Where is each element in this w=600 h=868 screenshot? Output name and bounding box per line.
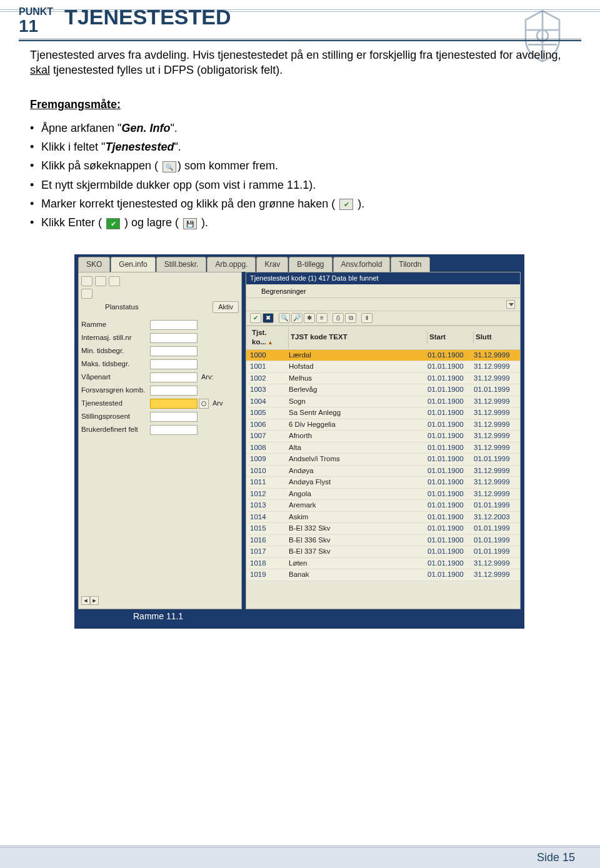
field-label: Maks. tidsbegr. (81, 359, 150, 369)
cell-start: 01.01.1900 (428, 374, 474, 384)
table-row[interactable]: 1011Andøya Flyst01.01.190031.12.9999 (246, 477, 520, 489)
planstatus-button[interactable]: Aktiv (212, 301, 239, 313)
dropdown-toggle-icon[interactable] (506, 300, 515, 309)
table-row[interactable]: 1008Alta01.01.190031.12.9999 (246, 442, 520, 454)
field-input[interactable] (150, 425, 198, 435)
toolbar-new-icon[interactable] (81, 276, 92, 286)
cell-text: Banak (289, 570, 428, 580)
popup-confirm-icon[interactable]: ✔ (250, 313, 261, 323)
field-input[interactable] (150, 372, 198, 382)
b6-pre: Klikk Enter ( (41, 216, 105, 229)
cell-text: 6 Div Heggelia (289, 420, 428, 430)
table-row[interactable]: 1000Lærdal01.01.190031.12.9999 (246, 350, 520, 362)
b1-tab: Gen. Info (121, 122, 170, 134)
table-row[interactable]: 10066 Div Heggelia01.01.190031.12.9999 (246, 419, 520, 431)
tab-gen-info[interactable]: Gen.info (111, 257, 155, 272)
table-row[interactable]: 1012Angola01.01.190031.12.9999 (246, 489, 520, 501)
col-end[interactable]: Slutt (474, 331, 516, 344)
sap-search-popup: Tjenestested kode (1) 417 Data ble funne… (246, 272, 521, 609)
popup-wildcard-icon[interactable]: ✱ (304, 313, 315, 323)
planstatus-label: Planstatus (81, 302, 209, 312)
cell-end: 31.12.9999 (474, 443, 516, 453)
field-inherit-label: Arv (212, 399, 223, 408)
cell-code: 1007 (250, 431, 289, 441)
cell-end: 31.12.9999 (474, 489, 516, 499)
popup-find-icon[interactable]: 🔍 (279, 313, 290, 323)
table-row[interactable]: 1018Løten01.01.190031.12.9999 (246, 558, 520, 570)
toolbar-paste-icon[interactable] (109, 276, 120, 286)
cell-text: Sogn (289, 397, 428, 407)
cell-end: 01.01.1999 (474, 524, 516, 534)
sap-tab-strip: SKO Gen.info Still.beskr. Arb.oppg. Krav… (74, 254, 524, 272)
figure-caption: Ramme 11.1 (74, 609, 524, 622)
cell-end: 31.12.9999 (474, 408, 516, 418)
field-label: Min. tidsbegr. (81, 346, 150, 356)
table-row[interactable]: 1004Sogn01.01.190031.12.9999 (246, 396, 520, 408)
popup-pin-icon[interactable]: ⇟ (361, 313, 372, 323)
scroll-left-icon[interactable]: ◄ (81, 596, 90, 605)
field-input[interactable] (150, 333, 198, 343)
scroll-right-icon[interactable]: ► (90, 596, 99, 605)
field-input[interactable] (150, 399, 198, 409)
cell-end: 31.12.9999 (474, 362, 516, 372)
field-forsvarsgren-komb-: Forsvarsgren komb. (81, 385, 239, 396)
b1-pre: Åpne arkfanen " (41, 122, 121, 134)
cell-end: 31.12.9999 (474, 466, 516, 476)
field-label: Tjenestested (81, 399, 150, 409)
field-maks-tidsbegr-: Maks. tidsbegr. (81, 359, 239, 370)
table-row[interactable]: 1002Melhus01.01.190031.12.9999 (246, 373, 520, 385)
toolbar-copy-icon[interactable] (95, 276, 106, 286)
toolbar-delete-icon[interactable] (81, 289, 92, 299)
tab-krav[interactable]: Krav (256, 257, 288, 272)
cell-start: 01.01.1900 (428, 431, 474, 441)
field-input[interactable] (150, 359, 198, 369)
page-title: TJENESTESTED (64, 5, 231, 29)
table-row[interactable]: 1003Berlevåg01.01.190001.01.1999 (246, 384, 520, 396)
sap-left-panel: Planstatus Aktiv RammeInternasj. still.n… (78, 272, 242, 609)
field-label: Forsvarsgren komb. (81, 386, 150, 396)
table-row[interactable]: 1016B-El 336 Skv01.01.190001.01.1999 (246, 535, 520, 547)
field-input[interactable] (150, 346, 198, 356)
cell-start: 01.01.1900 (428, 524, 474, 534)
tab-arb-oppg[interactable]: Arb.oppg. (207, 257, 256, 272)
popup-print-icon[interactable]: ⎙ (332, 313, 344, 323)
tab-tilordn[interactable]: Tilordn (391, 257, 429, 272)
cell-end: 01.01.1999 (474, 454, 516, 464)
col-code[interactable]: Tjst. ko...▲ (250, 327, 289, 349)
table-row[interactable]: 1013Aremark01.01.190001.01.1999 (246, 500, 520, 512)
table-row[interactable]: 1015B-El 332 Skv01.01.190001.01.1999 (246, 523, 520, 535)
table-row[interactable]: 1009Andselv/i Troms01.01.190001.01.1999 (246, 454, 520, 466)
save-icon (183, 218, 197, 229)
table-row[interactable]: 1017B-El 337 Skv01.01.190001.01.1999 (246, 546, 520, 558)
field-search-icon[interactable] (199, 399, 209, 409)
cell-code: 1009 (250, 454, 289, 464)
tab-still-beskr[interactable]: Still.beskr. (156, 257, 207, 272)
tab-ansv-forhold[interactable]: Ansv.forhold (333, 257, 391, 272)
popup-cancel-icon[interactable]: ✖ (262, 313, 274, 323)
field-input[interactable] (150, 320, 198, 330)
table-row[interactable]: 1001Hofstad01.01.190031.12.9999 (246, 361, 520, 373)
table-row[interactable]: 1014Askim01.01.190031.12.2003 (246, 512, 520, 524)
col-start[interactable]: Start (428, 331, 474, 344)
page-footer: Side 15 (0, 847, 600, 868)
enter-icon (106, 218, 120, 229)
table-row[interactable]: 1007Afnorth01.01.190031.12.9999 (246, 431, 520, 442)
b1-post: ". (170, 122, 177, 134)
intro-skal: skal (30, 64, 50, 76)
popup-export-icon[interactable]: ⧉ (345, 313, 356, 323)
tab-sko[interactable]: SKO (78, 257, 110, 272)
col-text[interactable]: TJST kode TEXT (289, 331, 428, 344)
bullet-4: Et nytt skjermbilde dukker opp (som vist… (30, 177, 569, 192)
table-row[interactable]: 1019Banak01.01.190031.12.9999 (246, 569, 520, 581)
popup-list-icon[interactable]: ≡ (316, 313, 328, 323)
field-input[interactable] (150, 386, 198, 396)
popup-find-next-icon[interactable]: 🔎 (291, 313, 302, 323)
table-row[interactable]: 1005Sa Sentr Anlegg01.01.190031.12.9999 (246, 407, 520, 419)
field-v-penart: VåpenartArv: (81, 372, 239, 383)
field-label: Internasj. still.nr (81, 333, 150, 343)
bullet-3: Klikk på søkeknappen ( ) som kommer frem… (30, 158, 569, 173)
cell-end: 31.12.9999 (474, 397, 516, 407)
tab-b-tillegg[interactable]: B-tillegg (289, 257, 332, 272)
table-row[interactable]: 1010Andøya01.01.190031.12.9999 (246, 466, 520, 477)
field-input[interactable] (150, 412, 198, 422)
